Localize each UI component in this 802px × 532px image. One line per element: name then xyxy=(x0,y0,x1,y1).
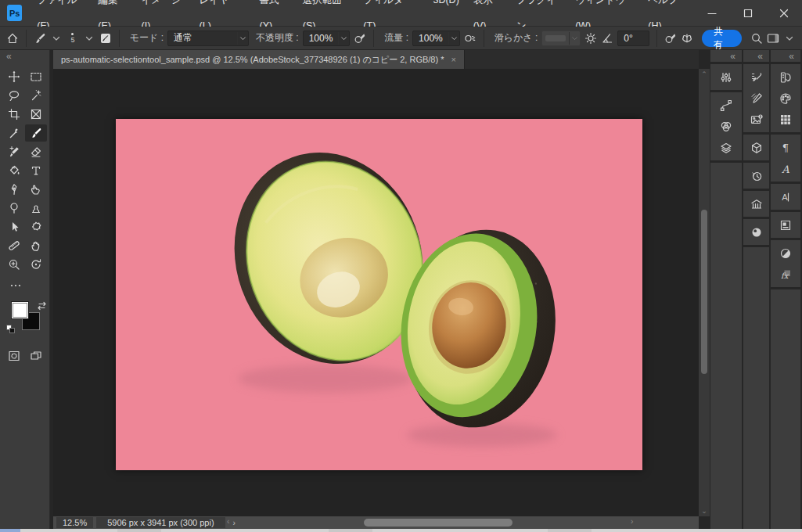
collapse-dock-icon[interactable]: « xyxy=(710,50,742,62)
panel-paragraph-button[interactable]: ¶ xyxy=(771,137,800,158)
panel-styles-fx-button[interactable]: fx xyxy=(771,264,800,285)
search-icon[interactable] xyxy=(750,32,763,45)
tool-marquee[interactable] xyxy=(25,68,47,85)
panel-color-button[interactable] xyxy=(771,88,800,109)
panel-character-styles-button[interactable]: A xyxy=(771,186,800,207)
workspace-switcher-icon[interactable] xyxy=(767,32,779,45)
horizontal-scrollbar-thumb[interactable] xyxy=(364,519,512,527)
tool-eraser[interactable] xyxy=(25,143,47,160)
brush-preset-icon[interactable] xyxy=(34,32,46,45)
panel-sphere-button[interactable] xyxy=(743,221,769,243)
panel-group xyxy=(743,191,769,217)
tool-custom-shape[interactable] xyxy=(25,218,47,235)
brush-size-preview[interactable]: 5 xyxy=(67,33,79,44)
panel-artboards-button[interactable] xyxy=(771,214,800,235)
panel-photo-alert-button[interactable] xyxy=(743,109,769,130)
tool-healing-brush[interactable] xyxy=(3,143,25,160)
scroll-left-icon[interactable]: ‹ xyxy=(227,517,229,526)
tool-type[interactable] xyxy=(25,162,47,179)
panel-paths-button[interactable] xyxy=(710,95,742,116)
angle-value: 0° xyxy=(618,33,638,44)
tool-paint-bucket[interactable] xyxy=(3,162,25,179)
flow-field[interactable]: 100% xyxy=(412,31,460,46)
close-icon xyxy=(778,7,790,20)
panel-history-button[interactable] xyxy=(743,165,769,186)
collapse-dock-icon[interactable]: « xyxy=(743,50,769,62)
maximize-button[interactable] xyxy=(730,0,766,27)
butterfly-symmetry-icon[interactable] xyxy=(681,32,693,45)
tool-zoom[interactable] xyxy=(3,256,25,273)
home-icon[interactable] xyxy=(6,32,19,45)
vertical-scrollbar[interactable]: ⌃ ⌄ xyxy=(699,69,710,516)
screen-mode-icon[interactable] xyxy=(30,350,42,362)
divider xyxy=(484,30,484,47)
vertical-scrollbar-thumb[interactable] xyxy=(701,210,707,374)
tool-smudge[interactable] xyxy=(25,181,47,198)
panel-libraries-button[interactable] xyxy=(743,193,769,214)
close-button[interactable] xyxy=(766,0,802,27)
panel-layers-button[interactable] xyxy=(710,137,742,158)
panel-gradients-button[interactable] xyxy=(771,243,800,264)
smudge-icon xyxy=(30,183,42,196)
scroll-down-icon[interactable]: ⌄ xyxy=(699,507,710,515)
zoom-level-field[interactable]: 12.5% xyxy=(56,517,93,528)
gear-icon[interactable] xyxy=(584,32,597,45)
tool-brush[interactable] xyxy=(25,124,47,142)
scroll-right-icon[interactable]: › xyxy=(631,517,633,526)
tool-crop[interactable] xyxy=(3,106,25,123)
panel-channels-button[interactable] xyxy=(710,116,742,137)
chevron-down-icon[interactable] xyxy=(50,32,63,45)
canvas-image[interactable] xyxy=(116,119,642,470)
brush-settings-icon xyxy=(750,71,763,84)
minimize-button[interactable] xyxy=(694,0,730,27)
chevron-down-icon[interactable] xyxy=(783,32,796,45)
tool-dodge[interactable] xyxy=(3,200,25,217)
tool-stamp[interactable] xyxy=(25,200,47,217)
document-info[interactable]: 5906 px x 3941 px (300 ppi) xyxy=(96,517,225,528)
tool-hand[interactable] xyxy=(25,237,47,254)
tool-object-selection[interactable] xyxy=(25,87,47,104)
panel-group xyxy=(771,212,800,238)
panel-version-history-button[interactable] xyxy=(771,66,800,88)
tool-lasso[interactable] xyxy=(3,87,25,104)
tool-rotate-view[interactable] xyxy=(25,256,47,273)
status-chevron-icon[interactable]: › xyxy=(233,519,236,527)
mode-select[interactable]: 通常 xyxy=(167,31,249,46)
tool-frame[interactable] xyxy=(25,106,47,123)
collapse-dock-icon[interactable]: « xyxy=(771,50,800,62)
panel-3d-materials-button[interactable] xyxy=(743,137,769,158)
layers-icon xyxy=(720,142,732,154)
scroll-up-icon[interactable]: ⌃ xyxy=(699,70,710,78)
chevron-down-icon[interactable] xyxy=(83,32,95,45)
panel-brushes-button[interactable] xyxy=(743,88,769,109)
tool-patch[interactable] xyxy=(3,237,25,254)
pressure-opacity-icon[interactable] xyxy=(354,32,366,45)
panel-swatches-button[interactable] xyxy=(771,109,800,130)
move-icon xyxy=(8,70,20,83)
panel-group xyxy=(743,135,769,160)
swap-colors-icon[interactable] xyxy=(36,300,49,312)
foreground-color-swatch[interactable] xyxy=(11,301,29,319)
panel-properties-sliders-button[interactable] xyxy=(710,66,742,88)
collapse-panel-icon[interactable]: « xyxy=(0,50,49,62)
angle-field[interactable]: 0° xyxy=(617,31,649,46)
document-tab[interactable]: ps-automatic-selectiontool_sample.psd @ … xyxy=(53,50,465,69)
quick-mask-icon[interactable] xyxy=(8,350,20,362)
default-colors-icon[interactable] xyxy=(6,325,16,334)
panel-character-button[interactable]: A xyxy=(771,158,800,179)
edit-toolbar-icon[interactable] xyxy=(9,279,22,292)
brush-panel-toggle-icon[interactable] xyxy=(99,32,112,45)
opacity-field[interactable]: 100% xyxy=(303,31,351,46)
panel-brush-settings-button[interactable] xyxy=(743,66,769,88)
share-button[interactable]: 共有 xyxy=(702,30,742,47)
tool-path-select[interactable] xyxy=(3,218,25,235)
close-tab-icon[interactable]: × xyxy=(451,55,455,64)
photo-alert-icon xyxy=(750,113,763,126)
tool-eyedropper[interactable] xyxy=(3,124,25,142)
tool-move[interactable] xyxy=(3,68,25,85)
svg-text:fx: fx xyxy=(781,271,789,280)
mode-label: モード : xyxy=(130,31,164,45)
airbrush-icon[interactable] xyxy=(464,32,477,45)
tool-pen[interactable] xyxy=(3,181,25,198)
pressure-size-icon[interactable] xyxy=(664,32,677,45)
